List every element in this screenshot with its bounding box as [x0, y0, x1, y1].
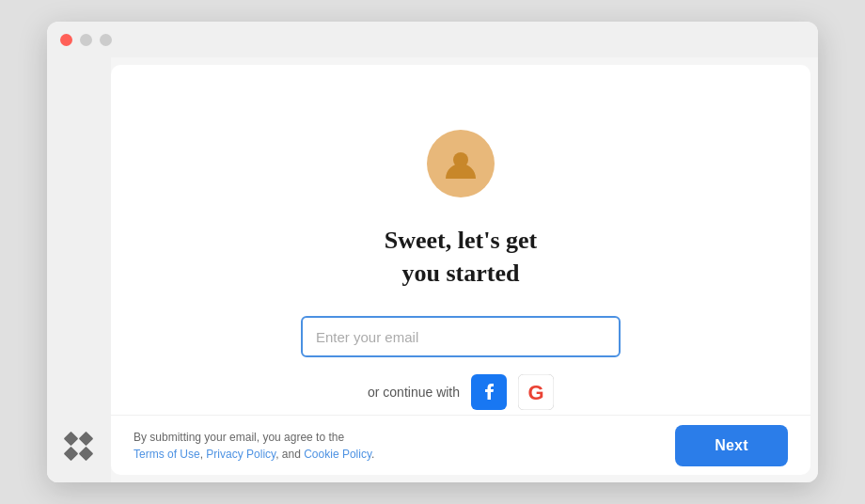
avatar	[427, 130, 495, 197]
minimize-button[interactable]	[80, 34, 92, 46]
or-continue-label: or continue with	[368, 385, 460, 400]
headline: Sweet, let's get you started	[385, 224, 537, 290]
google-icon: G	[518, 374, 554, 410]
content-area: Sweet, let's get you started or continue…	[47, 57, 818, 482]
terms-text: By submitting your email, you agree to t…	[134, 429, 374, 463]
diamond-2	[78, 432, 93, 447]
and-label: , and	[275, 448, 301, 461]
diamond-4	[78, 446, 93, 461]
social-row: or continue with G	[368, 374, 554, 410]
title-bar	[47, 22, 818, 57]
close-button[interactable]	[60, 34, 72, 46]
main-panel: Sweet, let's get you started or continue…	[111, 65, 810, 475]
next-button[interactable]: Next	[675, 425, 788, 466]
headline-line1: Sweet, let's get	[385, 227, 537, 254]
google-button[interactable]: G	[518, 374, 554, 410]
headline-line2: you started	[402, 260, 520, 287]
cookie-policy-link[interactable]: Cookie Policy	[304, 448, 371, 461]
sidebar	[47, 57, 111, 482]
footer-bar: By submitting your email, you agree to t…	[111, 415, 810, 475]
privacy-policy-link[interactable]: Privacy Policy	[206, 448, 275, 461]
svg-text:G: G	[527, 381, 543, 404]
facebook-icon	[471, 374, 507, 410]
diamond-1	[64, 432, 79, 447]
dropbox-logo-icon	[66, 433, 92, 460]
avatar-icon	[442, 145, 480, 182]
terms-of-use-link[interactable]: Terms of Use	[134, 448, 200, 461]
app-window: Sweet, let's get you started or continue…	[47, 22, 818, 482]
diamond-3	[64, 446, 79, 461]
email-input[interactable]	[301, 316, 621, 357]
facebook-button[interactable]	[471, 374, 507, 410]
terms-intro: By submitting your email, you agree to t…	[134, 431, 344, 444]
maximize-button[interactable]	[100, 34, 112, 46]
